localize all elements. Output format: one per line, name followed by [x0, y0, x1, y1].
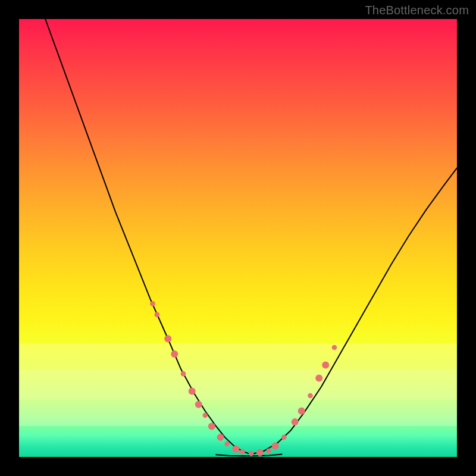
marker-dot: [266, 448, 271, 453]
curve-group: [45, 19, 457, 456]
marker-dot: [181, 371, 186, 377]
marker-dot: [217, 434, 224, 441]
curve-left-curve: [45, 19, 251, 455]
marker-dot: [308, 393, 313, 399]
curve-right-curve: [251, 168, 457, 454]
marker-dot: [164, 335, 171, 342]
watermark-text: TheBottleneck.com: [365, 4, 469, 17]
chart-frame: TheBottleneck.com: [0, 0, 476, 476]
marker-dot: [171, 350, 178, 358]
marker-dot: [298, 408, 305, 415]
marker-dot: [332, 345, 337, 350]
marker-dot: [189, 388, 196, 395]
marker-dot: [281, 435, 287, 440]
marker-group: [150, 301, 337, 456]
marker-dot: [150, 301, 155, 306]
marker-dot: [315, 375, 322, 382]
marker-dot: [322, 361, 329, 368]
marker-dot: [208, 422, 215, 430]
marker-dot: [224, 441, 230, 447]
marker-dot: [249, 451, 254, 456]
marker-dot: [272, 443, 279, 450]
marker-dot: [195, 401, 202, 408]
chart-svg: [19, 19, 457, 457]
marker-dot: [203, 413, 208, 418]
marker-dot: [292, 418, 299, 425]
marker-dot: [232, 446, 239, 453]
marker-dot: [155, 312, 160, 318]
marker-dot: [240, 449, 245, 455]
marker-dot: [256, 449, 264, 456]
plot-area: [19, 19, 457, 457]
